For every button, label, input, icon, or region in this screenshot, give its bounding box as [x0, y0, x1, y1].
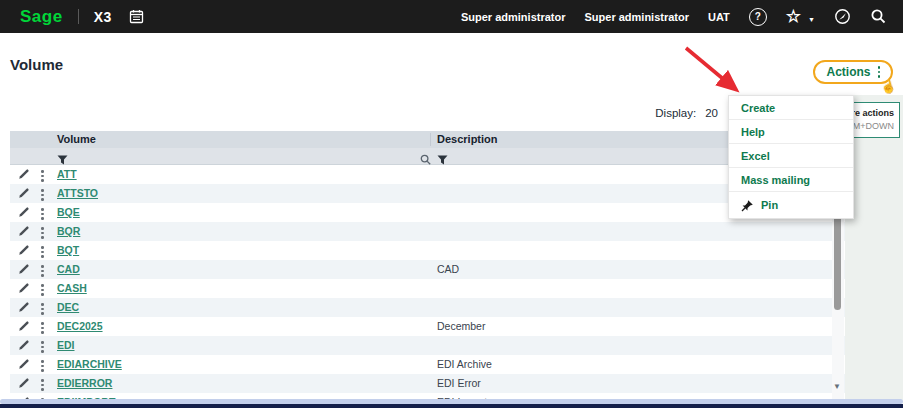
kebab-icon [878, 66, 881, 78]
row-kebab-icon[interactable] [41, 170, 44, 182]
menu-item-label: Help [741, 126, 765, 138]
row-kebab-icon[interactable] [41, 284, 44, 296]
menu-item-label: Create [741, 102, 775, 114]
row-kebab-icon[interactable] [41, 189, 44, 201]
edit-pencil-icon[interactable] [18, 339, 30, 353]
calendar-icon[interactable] [129, 9, 144, 24]
sage-logo[interactable]: Sage [20, 7, 63, 27]
table-row: BQT [10, 241, 845, 260]
menu-item-excel[interactable]: Excel [729, 144, 853, 168]
user-menu-secondary[interactable]: Super administrator [584, 11, 689, 23]
row-kebab-icon[interactable] [41, 303, 44, 315]
table-row: ATT [10, 165, 845, 184]
edit-pencil-icon[interactable] [18, 244, 30, 258]
edit-pencil-icon[interactable] [18, 301, 30, 315]
row-kebab-icon[interactable] [41, 379, 44, 391]
column-header-description[interactable]: Description [437, 133, 498, 145]
topbar-right: Super administrator Super administrator … [461, 8, 887, 26]
actions-button-label: Actions [826, 65, 870, 79]
table-row: EDIERROR EDI Error [10, 374, 845, 393]
edit-pencil-icon[interactable] [18, 320, 30, 334]
compass-icon[interactable] [834, 8, 851, 25]
user-menu-primary[interactable]: Super administrator [461, 11, 566, 23]
menu-item-mass-mailing[interactable]: Mass mailing [729, 168, 853, 192]
window-bottom-edge [0, 404, 903, 408]
column-header-volume[interactable]: Volume [57, 133, 96, 145]
table-row: CASH [10, 279, 845, 298]
row-kebab-icon[interactable] [41, 265, 44, 277]
volume-link[interactable]: EDI [57, 339, 75, 351]
grid-filter-row [10, 148, 845, 165]
menu-item-label: Pin [761, 199, 778, 211]
volume-link[interactable]: BQR [57, 225, 80, 237]
table-row: EDIARCHIVE EDI Archive [10, 355, 845, 374]
volume-link[interactable]: ATT [57, 168, 77, 180]
star-icon[interactable]: ☆ [786, 8, 801, 25]
help-icon[interactable]: ? [749, 8, 767, 26]
display-label: Display: [655, 107, 696, 119]
volume-link[interactable]: ATTSTO [57, 187, 98, 199]
table-row: BQE [10, 203, 845, 222]
description-cell: EDI Error [437, 377, 481, 389]
volume-link[interactable]: BQE [57, 206, 80, 218]
hand-cursor-icon: ☝ [878, 77, 897, 95]
menu-item-help[interactable]: Help [729, 120, 853, 144]
menu-item-create[interactable]: Create [729, 96, 853, 120]
edit-pencil-icon[interactable] [18, 225, 30, 239]
menu-item-label: Mass mailing [741, 174, 810, 186]
volume-link[interactable]: BQT [57, 244, 79, 256]
edit-pencil-icon[interactable] [18, 168, 30, 182]
actions-menu: Create Help Excel Mass mailing Pin [728, 95, 854, 219]
table-row: CAD CAD [10, 260, 845, 279]
volume-link[interactable]: CASH [57, 282, 87, 294]
volume-link[interactable]: EDIERROR [57, 377, 112, 389]
volume-link[interactable]: EDIARCHIVE [57, 358, 122, 370]
table-body: ATT ATTSTO BQE BQR [10, 165, 845, 400]
search-icon[interactable] [870, 8, 887, 25]
edit-pencil-icon[interactable] [18, 206, 30, 220]
display-value: 20 [705, 107, 718, 119]
menu-item-label: Excel [741, 150, 770, 162]
page-title: Volume [10, 56, 63, 73]
edit-pencil-icon[interactable] [18, 187, 30, 201]
scroll-down-arrow-icon[interactable]: ▼ [833, 383, 841, 391]
edit-pencil-icon[interactable] [18, 358, 30, 372]
display-count[interactable]: Display:20 [560, 107, 718, 119]
row-kebab-icon[interactable] [41, 246, 44, 258]
environment-badge[interactable]: UAT [708, 11, 730, 23]
caret-down-icon[interactable]: ▼ [808, 16, 815, 26]
vertical-scrollbar-thumb[interactable] [834, 215, 841, 310]
edit-pencil-icon[interactable] [18, 282, 30, 296]
row-kebab-icon[interactable] [41, 227, 44, 239]
topbar-divider [78, 9, 79, 24]
description-cell: December [437, 320, 485, 332]
table-row: BQR [10, 222, 845, 241]
pin-icon [741, 199, 754, 212]
table-row: DEC2025 December [10, 317, 845, 336]
product-name: X3 [94, 9, 112, 25]
row-kebab-icon[interactable] [41, 208, 44, 220]
row-kebab-icon[interactable] [41, 322, 44, 334]
description-cell: EDI Archive [437, 358, 492, 370]
edit-pencil-icon[interactable] [18, 263, 30, 277]
table-row: EDI [10, 336, 845, 355]
menu-item-pin[interactable]: Pin [729, 192, 853, 218]
volume-link[interactable]: CAD [57, 263, 80, 275]
volume-link[interactable]: DEC2025 [57, 320, 103, 332]
edit-pencil-icon[interactable] [18, 377, 30, 391]
table-row: ATTSTO [10, 184, 845, 203]
volume-grid: Volume Description ATT A [10, 131, 845, 400]
topbar: Sage X3 Super administrator Super admini… [0, 0, 903, 33]
row-kebab-icon[interactable] [41, 360, 44, 372]
volume-link[interactable]: DEC [57, 301, 79, 313]
grid-header-row: Volume Description [10, 131, 845, 148]
description-cell: CAD [437, 263, 459, 275]
table-row: DEC [10, 298, 845, 317]
row-kebab-icon[interactable] [41, 341, 44, 353]
